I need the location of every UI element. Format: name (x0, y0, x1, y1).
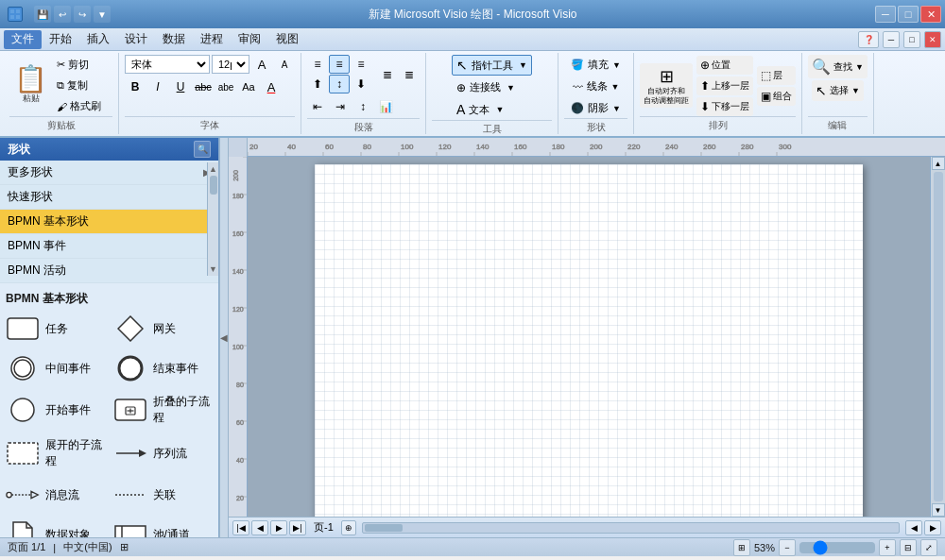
ribbon-restore-btn[interactable]: □ (903, 31, 920, 48)
scroll-left-btn[interactable]: ◀ (905, 520, 922, 535)
font-grow-btn[interactable]: A (251, 55, 272, 74)
subscript-button[interactable]: abe (215, 77, 236, 96)
font-size-select[interactable]: 12pt (212, 55, 249, 74)
shape-sequence-flow[interactable]: 序列流 (113, 437, 214, 469)
shadow-btn[interactable]: 🌑 阴影 ▼ (566, 98, 626, 118)
paste-button[interactable]: 📋 粘贴 (9, 63, 52, 108)
nav-first-btn[interactable]: |◀ (232, 520, 249, 535)
move-up-btn[interactable]: ⬆上移一层 (696, 76, 753, 95)
shape-start-event[interactable]: 开始事件 (6, 394, 106, 426)
fullscreen-btn[interactable]: ⤢ (920, 539, 937, 556)
menu-data[interactable]: 数据 (155, 30, 193, 49)
text-tool-btn[interactable]: A 文本 ▼ (452, 99, 508, 120)
select-btn[interactable]: ↖ 选择 ▼ (812, 80, 864, 101)
sidebar-item-bpmn-basic[interactable]: BPMN 基本形状 (0, 210, 218, 234)
right-scrollbar[interactable]: ▲ ▼ (930, 157, 945, 517)
list-btn[interactable]: ≣ (377, 65, 398, 84)
status-fit-btn[interactable]: ⊞ (733, 539, 750, 556)
sidebar-item-more-shapes[interactable]: 更多形状 ▶ (0, 161, 218, 185)
scroll-up-btn[interactable]: ▲ (932, 157, 945, 170)
pointer-tool-btn[interactable]: ↖ 指针工具 ▼ (452, 55, 532, 76)
bottom-scrollbar[interactable] (362, 522, 900, 534)
position-btn[interactable]: ⊕位置 (696, 56, 753, 75)
layer-btn[interactable]: ⬚层 (757, 66, 796, 85)
sidebar-item-bpmn-event[interactable]: BPMN 事件 (0, 234, 218, 259)
zoom-in-btn[interactable]: + (879, 539, 896, 556)
underline-button[interactable]: U (170, 77, 191, 96)
format-button[interactable]: 🖌格式刷 (56, 97, 112, 116)
dropdown-quick-btn[interactable]: ▼ (94, 6, 111, 23)
menu-design[interactable]: 设计 (117, 30, 155, 49)
menu-view[interactable]: 视图 (268, 30, 306, 49)
list2-btn[interactable]: ≣ (399, 65, 420, 84)
indent-dec-btn[interactable]: ⇤ (307, 97, 328, 116)
fill-btn[interactable]: 🪣 填充 ▼ (566, 55, 626, 75)
menu-file[interactable]: 文件 (4, 30, 42, 49)
find-btn[interactable]: 🔍 查找 ▼ (808, 55, 868, 78)
ribbon-min-btn[interactable]: ─ (883, 31, 900, 48)
status-bar: 页面 1/1 | 中文(中国) ⊞ ⊞ 53% − + ⊟ ⤢ (0, 537, 945, 556)
menu-review[interactable]: 审阅 (231, 30, 268, 49)
shape-gateway[interactable]: 网关 (113, 314, 214, 343)
menu-insert[interactable]: 插入 (79, 30, 117, 49)
shape-collapsed-subprocess[interactable]: 折叠的子流程 (113, 394, 214, 426)
nav-add-page-btn[interactable]: ⊕ (341, 520, 356, 535)
help-btn[interactable]: ❓ (858, 31, 879, 48)
font-shrink-btn[interactable]: A (274, 55, 295, 74)
nav-prev-btn[interactable]: ◀ (251, 520, 268, 535)
ribbon-close-btn[interactable]: ✕ (924, 31, 941, 48)
connector-tool-btn[interactable]: ⊕ 连接线 ▼ (452, 77, 520, 97)
sidebar-search-btn[interactable]: 🔍 (194, 141, 211, 158)
copy-button[interactable]: ⧉复制 (56, 76, 112, 95)
minimize-button[interactable]: ─ (875, 6, 896, 23)
sidebar-item-bpmn-activity[interactable]: BPMN 活动 (0, 259, 218, 283)
restore-button[interactable]: □ (898, 6, 919, 23)
redo-quick-btn[interactable]: ↪ (74, 6, 91, 23)
shape-data-object[interactable]: 数据对象 (6, 520, 106, 537)
strikethrough-button[interactable]: abc (193, 77, 214, 96)
fontcase-button[interactable]: Aa (238, 77, 259, 96)
group-btn[interactable]: ▣组合 (757, 87, 796, 106)
sidebar-item-quick-shapes[interactable]: 快速形状 (0, 185, 218, 210)
shape-message-flow[interactable]: 消息流 (6, 481, 106, 509)
scroll-down-btn[interactable]: ▼ (932, 503, 945, 517)
undo-quick-btn[interactable]: ↩ (54, 6, 71, 23)
align-middle-btn[interactable]: ↕ (329, 75, 350, 93)
menu-start[interactable]: 开始 (42, 30, 79, 49)
barchart-btn[interactable]: 📊 (375, 97, 396, 116)
indent-inc-btn[interactable]: ⇥ (330, 97, 351, 116)
bold-button[interactable]: B (125, 77, 146, 96)
align-right-btn[interactable]: ≡ (351, 55, 371, 74)
shape-pool[interactable]: 池/通道 (113, 520, 214, 537)
align-top-btn[interactable]: ⬆ (307, 75, 328, 93)
scroll-right-btn[interactable]: ▶ (924, 520, 941, 535)
canvas-scroll[interactable]: Baidu 经验 jingyan.baidu.com (248, 157, 930, 517)
sidebar-collapse-btn[interactable]: ◀ (219, 138, 229, 537)
fontcolor-button[interactable]: A (261, 77, 282, 96)
cut-button[interactable]: ✂剪切 (56, 56, 112, 75)
sidebar-scrollbar[interactable]: ▲ ▼ (207, 162, 218, 276)
move-down-btn[interactable]: ⬇下移一层 (696, 97, 753, 116)
auto-align-btn[interactable]: ⊞ 自动对齐和自动调整间距 (640, 63, 693, 108)
align-bottom-btn[interactable]: ⬇ (351, 75, 371, 93)
zoom-out-btn[interactable]: − (779, 539, 796, 556)
shape-association[interactable]: 关联 (113, 481, 214, 509)
close-button[interactable]: ✕ (920, 6, 941, 23)
shape-end-event[interactable]: 结束事件 (113, 354, 214, 382)
nav-next-btn[interactable]: ▶ (270, 520, 287, 535)
shape-expanded-subprocess[interactable]: 展开的子流程 (6, 437, 106, 469)
nav-last-btn[interactable]: ▶| (289, 520, 306, 535)
font-family-select[interactable]: 宋体 (125, 55, 210, 74)
line-btn[interactable]: 〰 线条 ▼ (568, 76, 625, 96)
zoom-slider[interactable] (799, 542, 875, 553)
zoom-fit-btn[interactable]: ⊟ (900, 539, 917, 556)
lineheight-btn[interactable]: ↕ (352, 97, 373, 116)
shape-intermediate-event[interactable]: 中间事件 (6, 354, 106, 382)
shape-task[interactable]: 任务 (6, 314, 106, 343)
save-quick-btn[interactable]: 💾 (34, 6, 51, 23)
italic-button[interactable]: I (147, 77, 168, 96)
align-left-btn[interactable]: ≡ (307, 55, 328, 74)
menu-process[interactable]: 进程 (193, 30, 231, 49)
status-lang: 中文(中国) (63, 540, 112, 554)
align-center-btn[interactable]: ≡ (329, 55, 350, 74)
